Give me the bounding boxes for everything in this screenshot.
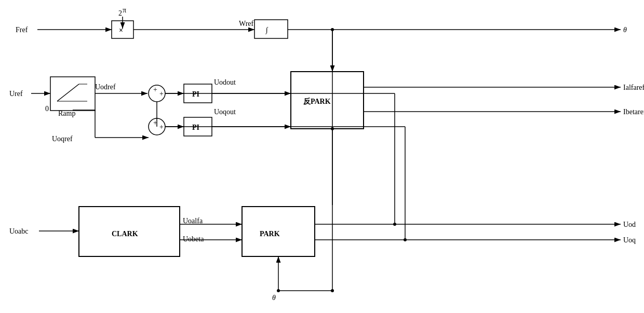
inv-park-label: 反PARK — [303, 97, 331, 105]
integrator-symbol: ∫ — [265, 26, 269, 34]
svg-point-45 — [331, 289, 334, 292]
park-label: PARK — [260, 230, 280, 238]
svg-point-44 — [404, 238, 407, 241]
two-pi-pi: π — [123, 6, 126, 14]
pi2-label: PI — [192, 124, 199, 131]
svg-point-48 — [331, 127, 334, 130]
wref-label: Wref — [239, 20, 254, 28]
ialfaref-label: Ialfaref — [623, 84, 644, 91]
uoqref-label: Uoqref — [52, 135, 73, 143]
svg-text:+: + — [153, 86, 157, 93]
theta-output-label: θ — [623, 26, 627, 34]
uoabc-label: Uoabc — [9, 227, 29, 235]
uod-output-label: Uod — [623, 221, 636, 228]
block-diagram: Fref 2 π × Wref ∫ θ Uref Ramp 0 Uodref +… — [0, 0, 644, 313]
uobeta-label: Uobeta — [183, 235, 204, 243]
uodout-label: Uodout — [214, 78, 236, 86]
multiply-symbol: × — [119, 26, 123, 34]
uodref-label: Uodref — [95, 83, 116, 91]
ramp-label: Ramp — [58, 110, 75, 117]
theta-input-label: θ — [272, 294, 276, 302]
svg-point-42 — [331, 28, 334, 31]
svg-point-46 — [277, 289, 280, 292]
uoalfa-label: Uoalfa — [183, 217, 203, 225]
fref-label: Fref — [16, 26, 28, 34]
integrator-block — [254, 20, 288, 38]
pi1-label: PI — [192, 90, 199, 98]
ibetaref-label: Ibetaref — [623, 108, 644, 116]
two-pi-label: 2 — [118, 9, 122, 17]
ramp-block — [50, 77, 95, 111]
zero-label: 0 — [45, 105, 49, 113]
uoq-output-label: Uoq — [623, 236, 636, 244]
svg-text:+: + — [159, 90, 164, 98]
svg-text:+: + — [159, 123, 164, 131]
svg-point-43 — [393, 223, 396, 226]
uoqout-label: Uoqout — [214, 108, 236, 116]
svg-line-10 — [57, 84, 79, 101]
clark-label: CLARK — [112, 230, 138, 238]
uref-label: Uref — [9, 90, 23, 98]
